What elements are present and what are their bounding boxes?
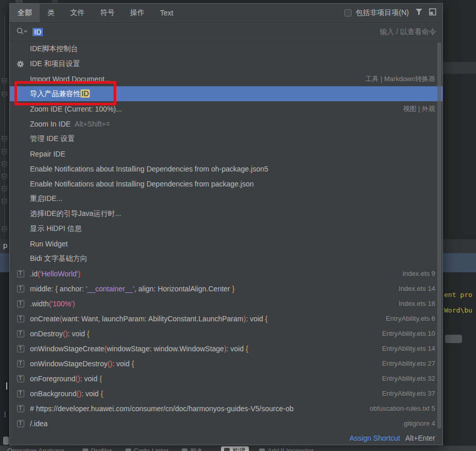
result-row-action[interactable]: 管理 IDE 设置 bbox=[10, 131, 442, 146]
code-segment: ) bbox=[72, 300, 75, 308]
result-label: # https://developer.huawei.com/consumer/… bbox=[30, 405, 294, 413]
tab-text[interactable]: Text bbox=[152, 4, 181, 22]
statusbar-item-label: ArkUI Inspector bbox=[267, 447, 314, 451]
include-non-project-checkbox[interactable] bbox=[344, 9, 352, 17]
annotation-red-box bbox=[14, 81, 116, 105]
result-label: Enable Notifications about Installing De… bbox=[30, 165, 268, 173]
result-row-text-match[interactable]: T# https://developer.huawei.com/consumer… bbox=[10, 401, 442, 416]
build-icon bbox=[224, 448, 230, 451]
assign-shortcut-keys: Alt+Enter bbox=[405, 434, 435, 442]
popup-footer: Assign Shortcut Alt+Enter bbox=[10, 431, 442, 445]
terminal-line: Word\bu bbox=[444, 303, 476, 318]
status-bar: Operation AnalyzerProfilerCode Linter服务构… bbox=[0, 445, 476, 451]
background-toolbar-band bbox=[443, 62, 476, 74]
include-non-project-label[interactable]: 包括非项目项(N) bbox=[356, 8, 409, 18]
search-field[interactable]: ID 输入 / 以查看命令 bbox=[10, 23, 442, 41]
code-segment: () bbox=[75, 375, 80, 383]
bookmark-tag-icon bbox=[1, 173, 8, 180]
text-result-icon: T bbox=[17, 375, 24, 382]
result-row-text-match[interactable]: TonForeground(): void {EntryAbility.ets … bbox=[10, 371, 442, 386]
result-row-text-match[interactable]: T.width('100%')Index.ets 18 bbox=[10, 296, 442, 311]
bookmark-tag-icon bbox=[1, 77, 8, 84]
result-location: EntryAbility.ets 6 bbox=[379, 315, 435, 322]
background-button-fragment bbox=[3, 437, 9, 445]
code-segment: onForeground bbox=[30, 375, 75, 383]
tab-symbols[interactable]: 符号 bbox=[92, 4, 122, 22]
filter-icon[interactable] bbox=[415, 8, 423, 18]
code-segment: : void bbox=[246, 315, 265, 323]
code-linter-icon bbox=[125, 448, 131, 451]
scrollbar-thumb[interactable] bbox=[437, 42, 441, 429]
result-row-action[interactable]: Zoom In IDEAlt+Shift+= bbox=[10, 116, 442, 131]
result-row-text-match[interactable]: TonWindowStageDestroy(): void {EntryAbil… bbox=[10, 356, 442, 371]
result-row-text-match[interactable]: T.id('HelloWorld')Index.ets 9 bbox=[10, 266, 442, 281]
result-row-action[interactable]: Enable Notifications about Installing De… bbox=[10, 176, 442, 191]
statusbar-item-label: Code Linter bbox=[134, 447, 168, 451]
result-row-action[interactable]: 重启IDE... bbox=[10, 191, 442, 206]
code-segment: () bbox=[76, 390, 81, 398]
code-segment: } bbox=[232, 285, 234, 293]
result-label: onForeground(): void { bbox=[30, 375, 102, 383]
open-in-window-icon[interactable] bbox=[429, 8, 436, 18]
action-shortcut: Alt+Shift+= bbox=[75, 120, 110, 128]
ide-search-everywhere-screen: p I ent proWord\bu Operation AnalyzerPro… bbox=[0, 0, 476, 451]
result-row-action[interactable]: Bidi 文字基础方向 bbox=[10, 251, 442, 266]
result-location: EntryAbility.ets 10 bbox=[376, 330, 435, 337]
terminal-line: ent pro bbox=[444, 287, 476, 303]
result-label: 管理 IDE 设置 bbox=[30, 134, 75, 144]
bookmark-tag-icon bbox=[1, 148, 8, 155]
search-input-selected-text[interactable]: ID bbox=[33, 28, 43, 36]
code-segment: : void bbox=[227, 345, 246, 353]
results-scrollbar[interactable] bbox=[437, 41, 441, 431]
tab-files[interactable]: 文件 bbox=[62, 4, 92, 22]
result-row-action[interactable]: 选择IDE的引导Java运行时... bbox=[10, 206, 442, 221]
result-location: Index.ets 9 bbox=[396, 270, 435, 277]
statusbar-item-build[interactable]: 构建 bbox=[221, 446, 249, 451]
background-terminal-text: ent proWord\bu bbox=[444, 287, 476, 318]
tab-classes[interactable]: 类 bbox=[40, 4, 62, 22]
result-row-text-match[interactable]: TonWindowStageCreate(windowStage: window… bbox=[10, 341, 442, 356]
result-row-action[interactable]: IDE脚本控制台 bbox=[10, 41, 442, 56]
statusbar-item-code-linter[interactable]: Code Linter bbox=[125, 447, 168, 451]
result-label: Enable Notifications about Installing De… bbox=[30, 180, 254, 188]
result-location: EntryAbility.ets 27 bbox=[376, 360, 435, 367]
result-label: 选择IDE的引导Java运行时... bbox=[30, 209, 121, 219]
statusbar-item-operation-analyzer[interactable]: Operation Analyzer bbox=[7, 447, 65, 451]
background-selected-line bbox=[0, 253, 9, 272]
text-result-icon: T bbox=[17, 390, 24, 397]
statusbar-item-services[interactable]: 服务 bbox=[182, 447, 203, 451]
text-result-icon: T bbox=[17, 285, 24, 292]
tab-all[interactable]: 全部 bbox=[10, 4, 40, 22]
tab-actions[interactable]: 操作 bbox=[122, 4, 152, 22]
result-row-text-match[interactable]: TonCreate(want: Want, launchParam: Abili… bbox=[10, 311, 442, 326]
statusbar-item-profiler[interactable]: Profiler bbox=[83, 447, 112, 451]
result-row-action[interactable]: Repair IDE bbox=[10, 146, 442, 161]
result-row-action[interactable]: Run Widget bbox=[10, 236, 442, 251]
background-scrollbar-fragment bbox=[445, 335, 462, 343]
statusbar-item-label: Operation Analyzer bbox=[7, 447, 65, 451]
background-cut-text: p bbox=[3, 241, 7, 250]
code-segment: '100%' bbox=[51, 300, 72, 308]
result-label: IDE脚本控制台 bbox=[30, 44, 78, 54]
statusbar-item-arkui-inspector[interactable]: ArkUI Inspector bbox=[259, 447, 314, 451]
code-segment: : void bbox=[82, 390, 101, 398]
result-label: onDestroy(): void { bbox=[30, 330, 89, 338]
code-segment: .id bbox=[30, 270, 38, 278]
assign-shortcut-link[interactable]: Assign Shortcut bbox=[350, 434, 400, 442]
code-segment: onBackground bbox=[30, 390, 76, 398]
result-row-action[interactable]: IDE 和项目设置 bbox=[10, 56, 442, 71]
bookmark-tag-icon bbox=[1, 135, 8, 142]
result-row-text-match[interactable]: TonDestroy(): void {EntryAbility.ets 10 bbox=[10, 326, 442, 341]
code-segment: ) bbox=[78, 270, 81, 278]
result-row-action[interactable]: 显示 HiDPI 信息 bbox=[10, 221, 442, 236]
result-location: obfuscation-rules.txt 5 bbox=[363, 405, 435, 412]
code-segment: anchor: bbox=[58, 285, 86, 293]
result-row-text-match[interactable]: Tmiddle: { anchor: '__container__', alig… bbox=[10, 281, 442, 296]
result-label: 重启IDE... bbox=[30, 194, 62, 204]
text-result-icon: T bbox=[17, 405, 24, 412]
text-result-icon: T bbox=[17, 330, 24, 337]
result-row-action[interactable]: Enable Notifications about Installing De… bbox=[10, 161, 442, 176]
result-row-text-match[interactable]: T/.idea.gitignore 4 bbox=[10, 416, 442, 431]
result-label: .id('HelloWorld') bbox=[30, 270, 81, 278]
result-row-text-match[interactable]: TonBackground(): void {EntryAbility.ets … bbox=[10, 386, 442, 401]
